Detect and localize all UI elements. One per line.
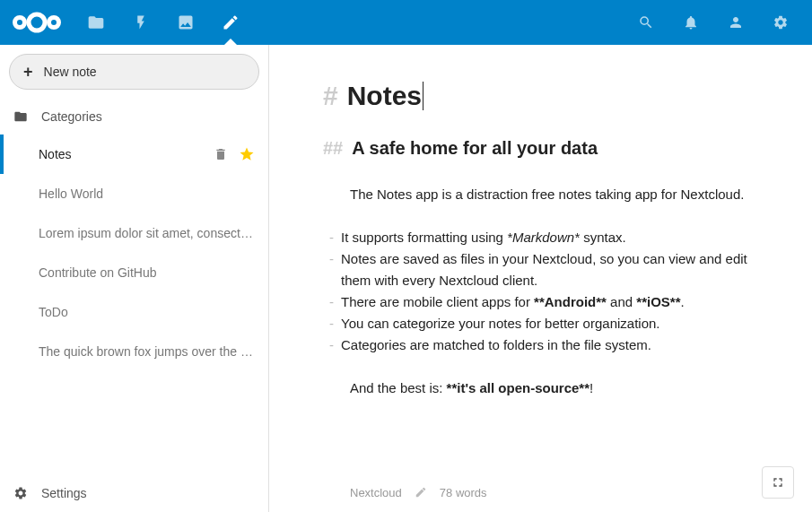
bullet-list: -It supports formatting using *Markdown*… — [323, 227, 776, 356]
list-item: -Categories are matched to folders in th… — [323, 334, 776, 356]
note-title: Hello World — [39, 187, 255, 201]
note-item[interactable]: Contribute on GitHub — [0, 253, 268, 292]
editor-pane: # Notes ## A safe home for all your data… — [269, 45, 812, 512]
editor-footer: Nextcloud 78 words — [323, 473, 776, 512]
sidebar-settings[interactable]: Settings — [0, 473, 268, 512]
new-note-label: New note — [44, 65, 97, 79]
intro-paragraph: The Notes app is a distraction free note… — [350, 184, 776, 205]
pencil-icon[interactable] — [415, 486, 427, 499]
note-title: Notes — [39, 147, 214, 161]
categories-toggle[interactable]: Categories — [0, 99, 268, 135]
h2-marker: ## — [323, 138, 343, 159]
note-title: Contribute on GitHub — [39, 265, 255, 280]
main-layout: + New note Categories Notes Hello World … — [0, 45, 812, 512]
note-h1: Notes — [347, 81, 423, 111]
list-item: -Notes are saved as files in your Nextcl… — [323, 248, 776, 291]
contacts-icon[interactable] — [713, 0, 758, 45]
gallery-app-icon[interactable] — [163, 0, 208, 45]
notifications-icon[interactable] — [668, 0, 713, 45]
note-title: Lorem ipsum dolor sit amet, consectetur … — [39, 226, 255, 240]
note-title: The quick brown fox jumps over the loazy… — [39, 344, 255, 359]
note-category[interactable]: Nextcloud — [350, 486, 402, 499]
h1-marker: # — [323, 81, 338, 111]
settings-icon[interactable] — [758, 0, 803, 45]
note-item[interactable]: ToDo — [0, 292, 268, 332]
note-item[interactable]: The quick brown fox jumps over the loazy… — [0, 332, 268, 371]
expand-icon — [771, 475, 785, 490]
files-app-icon[interactable] — [74, 0, 118, 45]
note-title: ToDo — [39, 305, 255, 319]
activity-app-icon[interactable] — [118, 0, 163, 45]
fullscreen-button[interactable] — [762, 466, 794, 499]
header-actions — [624, 0, 803, 45]
categories-label: Categories — [41, 109, 102, 124]
text-cursor — [423, 82, 423, 110]
settings-label: Settings — [41, 486, 87, 500]
note-editor[interactable]: # Notes ## A safe home for all your data… — [323, 81, 776, 473]
note-item[interactable]: Notes — [0, 135, 268, 174]
app-nav — [74, 0, 253, 45]
delete-icon[interactable] — [214, 147, 228, 161]
star-icon[interactable] — [239, 146, 255, 162]
note-item[interactable]: Hello World — [0, 174, 268, 213]
folder-icon — [13, 109, 28, 124]
search-icon[interactable] — [624, 0, 668, 45]
nextcloud-logo[interactable] — [9, 7, 65, 38]
svg-point-0 — [29, 14, 45, 30]
svg-point-1 — [15, 18, 25, 28]
outro-paragraph: And the best is: **it's all open-source*… — [350, 377, 776, 399]
new-note-button[interactable]: + New note — [9, 54, 259, 90]
notes-app-icon[interactable] — [208, 0, 253, 45]
plus-icon: + — [23, 64, 33, 80]
sidebar: + New note Categories Notes Hello World … — [0, 45, 269, 512]
list-item: -It supports formatting using *Markdown*… — [323, 227, 776, 248]
list-item: -You can categorize your notes for bette… — [323, 313, 776, 334]
note-item[interactable]: Lorem ipsum dolor sit amet, consectetur … — [0, 213, 268, 253]
word-count: 78 words — [440, 486, 487, 499]
note-h2: A safe home for all your data — [352, 138, 598, 159]
svg-point-2 — [49, 18, 59, 28]
note-list: Notes Hello World Lorem ipsum dolor sit … — [0, 135, 268, 473]
list-item: -There are mobile client apps for **Andr… — [323, 291, 776, 313]
app-header — [0, 0, 812, 45]
gear-icon — [13, 486, 28, 500]
